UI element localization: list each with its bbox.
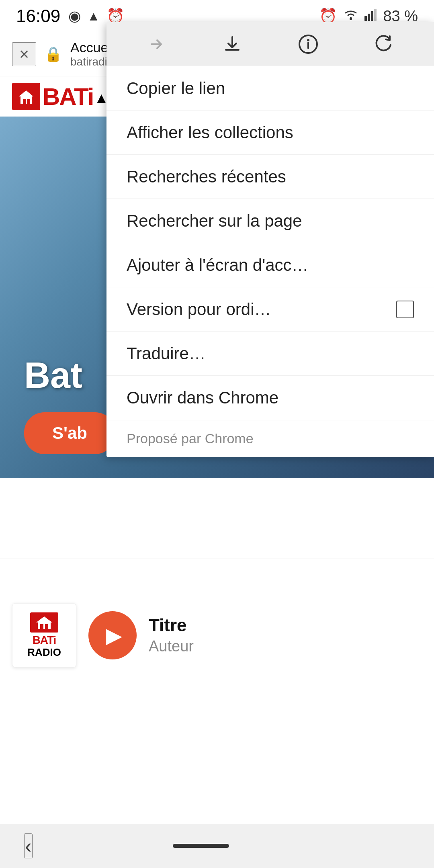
media-track-author: Auteur	[149, 638, 422, 655]
menu-item-open-chrome[interactable]: Ouvrir dans Chrome	[106, 376, 434, 420]
whatsapp-icon: ◉	[68, 8, 81, 25]
browser-lock-icon: 🔒	[44, 46, 62, 63]
menu-item-desktop-label: Version pour ordi…	[127, 300, 271, 319]
svg-rect-2	[368, 14, 370, 21]
download-button[interactable]	[212, 24, 252, 64]
info-icon	[298, 34, 319, 55]
svg-point-0	[350, 18, 352, 20]
hero-title: Bat	[24, 355, 115, 396]
browser-close-button[interactable]: ×	[12, 42, 36, 66]
svg-rect-1	[364, 16, 367, 21]
svg-rect-5	[23, 99, 26, 104]
menu-item-translate[interactable]: Traduire…	[106, 332, 434, 376]
desktop-version-checkbox[interactable]	[396, 301, 414, 318]
refresh-button[interactable]	[364, 24, 404, 64]
menu-item-recent-searches[interactable]: Recherches récentes	[106, 155, 434, 199]
menu-item-add-homescreen-label: Ajouter à l'écran d'acc…	[127, 256, 309, 275]
media-logo-text: BATi RADIO	[27, 634, 61, 658]
menu-item-add-to-homescreen[interactable]: Ajouter à l'écran d'acc…	[106, 243, 434, 287]
menu-item-collections[interactable]: Afficher les collections	[106, 111, 434, 155]
menu-item-recent-searches-label: Recherches récentes	[127, 167, 286, 186]
svg-rect-4	[374, 9, 377, 21]
menu-item-collections-label: Afficher les collections	[127, 123, 293, 142]
context-menu-items-list: Copier le lien Afficher les collections …	[106, 66, 434, 420]
media-player-section: BATi RADIO ▶ Titre Auteur	[0, 559, 434, 711]
home-indicator[interactable]	[173, 844, 229, 848]
media-track-title: Titre	[149, 615, 422, 635]
bati-radio-logo: BATi ▲	[12, 83, 108, 111]
menu-item-copy-link[interactable]: Copier le lien	[106, 66, 434, 111]
context-menu: Copier le lien Afficher les collections …	[106, 22, 434, 457]
svg-rect-3	[371, 11, 373, 21]
menu-item-translate-label: Traduire…	[127, 344, 206, 363]
download-icon	[222, 34, 243, 55]
context-menu-toolbar	[106, 22, 434, 66]
forward-icon	[146, 34, 167, 55]
back-button[interactable]: ‹	[24, 833, 33, 858]
context-menu-footer: Proposé par Chrome	[106, 420, 434, 457]
svg-rect-7	[40, 624, 43, 629]
svg-point-10	[307, 39, 309, 41]
bottom-navigation: ‹	[0, 824, 434, 868]
menu-item-desktop-version[interactable]: Version pour ordi…	[106, 287, 434, 332]
refresh-icon	[374, 34, 395, 55]
subscribe-button[interactable]: S'ab	[24, 412, 115, 454]
info-button[interactable]	[288, 24, 328, 64]
media-play-button[interactable]: ▶	[88, 611, 137, 659]
menu-item-open-chrome-label: Ouvrir dans Chrome	[127, 388, 278, 407]
media-station-logo: BATi RADIO	[12, 603, 76, 667]
play-icon: ▶	[106, 623, 122, 647]
warning-icon: ▲	[87, 9, 100, 24]
menu-item-copy-link-label: Copier le lien	[127, 79, 225, 98]
svg-rect-6	[27, 99, 30, 104]
context-menu-footer-text: Proposé par Chrome	[127, 431, 254, 446]
svg-rect-8	[45, 624, 48, 629]
status-time: 16:09	[16, 6, 60, 26]
menu-item-find-on-page-label: Rechercher sur la page	[127, 211, 302, 231]
bati-radio-name: BATi	[43, 83, 93, 111]
forward-button[interactable]	[136, 24, 176, 64]
menu-item-find-on-page[interactable]: Rechercher sur la page	[106, 199, 434, 243]
